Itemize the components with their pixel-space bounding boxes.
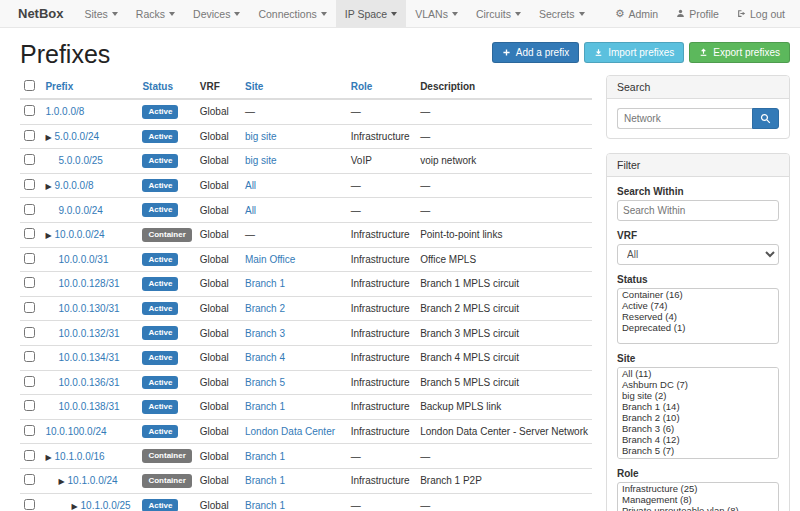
row-checkbox[interactable] bbox=[24, 450, 35, 461]
table-row: 10.0.0.130/31ActiveGlobalBranch 2Infrast… bbox=[20, 296, 592, 321]
prefix-link[interactable]: 10.0.0.128/31 bbox=[58, 278, 119, 289]
row-checkbox[interactable] bbox=[24, 474, 35, 485]
listbox-option[interactable]: Management (8) bbox=[618, 494, 778, 505]
prefix-link[interactable]: 10.0.0.132/31 bbox=[58, 328, 119, 339]
site-link[interactable]: Branch 3 bbox=[245, 328, 285, 339]
prefix-link[interactable]: 10.0.0.130/31 bbox=[58, 303, 119, 314]
expand-arrow-icon[interactable]: ▶ bbox=[45, 133, 51, 142]
listbox-option[interactable]: Branch 4 (12) bbox=[618, 434, 778, 445]
listbox-option[interactable]: Branch 1 (14) bbox=[618, 401, 778, 412]
search-button[interactable] bbox=[752, 108, 779, 129]
nav-item-circuits[interactable]: Circuits bbox=[467, 0, 530, 27]
row-checkbox[interactable] bbox=[24, 253, 35, 264]
site-link[interactable]: Branch 1 bbox=[245, 451, 285, 462]
column-header-prefix[interactable]: Prefix bbox=[41, 75, 138, 99]
row-checkbox[interactable] bbox=[24, 499, 35, 510]
listbox-option[interactable]: Active (74) bbox=[618, 300, 778, 311]
row-checkbox[interactable] bbox=[24, 400, 35, 411]
site-link[interactable]: big site bbox=[245, 131, 277, 142]
prefix-link[interactable]: 1.0.0.0/8 bbox=[45, 106, 84, 117]
row-checkbox[interactable] bbox=[24, 105, 35, 116]
listbox-option[interactable]: big site (2) bbox=[618, 390, 778, 401]
listbox-option[interactable]: Branch 5 (7) bbox=[618, 445, 778, 456]
listbox-option[interactable]: Branch 2 (10) bbox=[618, 412, 778, 423]
prefix-link[interactable]: 10.0.0.0/24 bbox=[55, 229, 105, 240]
row-checkbox[interactable] bbox=[24, 327, 35, 338]
nav-item-vlans[interactable]: VLANs bbox=[406, 0, 467, 27]
site-link[interactable]: Branch 4 bbox=[245, 352, 285, 363]
column-header-status[interactable]: Status bbox=[138, 75, 195, 99]
row-checkbox[interactable] bbox=[24, 351, 35, 362]
listbox-option[interactable]: Container (16) bbox=[618, 289, 778, 300]
prefix-link[interactable]: 10.0.0.0/31 bbox=[58, 254, 108, 265]
admin-link[interactable]: ⚙ Admin bbox=[606, 0, 667, 27]
site-link[interactable]: Branch 2 bbox=[245, 303, 285, 314]
row-checkbox[interactable] bbox=[24, 130, 35, 141]
prefix-link[interactable]: 10.0.100.0/24 bbox=[45, 426, 106, 437]
row-checkbox[interactable] bbox=[24, 204, 35, 215]
site-link[interactable]: Branch 1 bbox=[245, 278, 285, 289]
prefix-link[interactable]: 5.0.0.0/25 bbox=[58, 155, 102, 166]
nav-item-secrets[interactable]: Secrets bbox=[530, 0, 594, 27]
expand-arrow-icon[interactable]: ▶ bbox=[45, 453, 51, 462]
description-cell: Branch 2 MPLS circuit bbox=[416, 296, 592, 321]
listbox-option[interactable]: Deprecated (1) bbox=[618, 322, 778, 333]
listbox-option[interactable]: Private unrouteable vlan (8) bbox=[618, 505, 778, 511]
search-input[interactable] bbox=[617, 108, 752, 129]
expand-arrow-icon[interactable]: ▶ bbox=[45, 182, 51, 191]
listbox-option[interactable]: Infrastructure (25) bbox=[618, 483, 778, 494]
column-header-role[interactable]: Role bbox=[347, 75, 416, 99]
row-checkbox[interactable] bbox=[24, 179, 35, 190]
role-listbox[interactable]: Infrastructure (25)Management (8)Private… bbox=[617, 482, 779, 511]
prefix-link[interactable]: 10.1.0.0/24 bbox=[68, 475, 118, 486]
prefix-link[interactable]: 10.0.0.134/31 bbox=[58, 352, 119, 363]
listbox-option[interactable]: Ashburn DC (7) bbox=[618, 379, 778, 390]
prefix-link[interactable]: 10.0.0.136/31 bbox=[58, 377, 119, 388]
export-prefixes-button[interactable]: Export prefixes bbox=[689, 42, 790, 63]
site-link[interactable]: Branch 5 bbox=[245, 377, 285, 388]
expand-arrow-icon[interactable]: ▶ bbox=[71, 502, 77, 511]
vrf-select[interactable]: All bbox=[617, 244, 779, 265]
site-listbox[interactable]: All (11)Ashburn DC (7)big site (2)Branch… bbox=[617, 367, 779, 459]
nav-item-connections[interactable]: Connections bbox=[249, 0, 335, 27]
site-link[interactable]: Main Office bbox=[245, 254, 295, 265]
site-link[interactable]: Branch 1 bbox=[245, 401, 285, 412]
row-checkbox[interactable] bbox=[24, 154, 35, 165]
expand-arrow-icon[interactable]: ▶ bbox=[45, 231, 51, 240]
nav-item-sites[interactable]: Sites bbox=[76, 0, 127, 27]
select-all-checkbox[interactable] bbox=[24, 80, 35, 91]
prefix-link[interactable]: 5.0.0.0/24 bbox=[55, 131, 99, 142]
row-checkbox[interactable] bbox=[24, 425, 35, 436]
row-checkbox[interactable] bbox=[24, 376, 35, 387]
nav-item-racks[interactable]: Racks bbox=[127, 0, 184, 27]
site-link[interactable]: London Data Center bbox=[245, 426, 335, 437]
site-link[interactable]: Branch 1 bbox=[245, 500, 285, 511]
row-checkbox[interactable] bbox=[24, 277, 35, 288]
prefix-link[interactable]: 9.0.0.0/8 bbox=[55, 180, 94, 191]
search-within-input[interactable] bbox=[617, 200, 779, 221]
listbox-option[interactable]: All (11) bbox=[618, 368, 778, 379]
prefix-link[interactable]: 9.0.0.0/24 bbox=[58, 205, 102, 216]
listbox-option[interactable]: Reserved (4) bbox=[618, 311, 778, 322]
site-link[interactable]: All bbox=[245, 205, 256, 216]
nav-item-devices[interactable]: Devices bbox=[184, 0, 249, 27]
prefix-link[interactable]: 10.1.0.0/25 bbox=[81, 500, 131, 511]
status-listbox[interactable]: Container (16)Active (74)Reserved (4)Dep… bbox=[617, 288, 779, 344]
row-checkbox[interactable] bbox=[24, 302, 35, 313]
site-link[interactable]: Branch 1 bbox=[245, 475, 285, 486]
column-header-site[interactable]: Site bbox=[241, 75, 347, 99]
row-checkbox[interactable] bbox=[24, 228, 35, 239]
log-out-link[interactable]: Log out bbox=[728, 0, 794, 27]
prefix-link[interactable]: 10.1.0.0/16 bbox=[55, 451, 105, 462]
listbox-option[interactable]: COLO 1 (4) bbox=[618, 456, 778, 459]
nav-item-ip-space[interactable]: IP Space bbox=[336, 0, 406, 27]
listbox-option[interactable]: Branch 3 (6) bbox=[618, 423, 778, 434]
import-prefixes-button[interactable]: Import prefixes bbox=[584, 42, 684, 63]
prefix-link[interactable]: 10.0.0.138/31 bbox=[58, 401, 119, 412]
site-link[interactable]: big site bbox=[245, 155, 277, 166]
expand-arrow-icon[interactable]: ▶ bbox=[58, 477, 64, 486]
site-link[interactable]: All bbox=[245, 180, 256, 191]
add-prefix-button[interactable]: Add a prefix bbox=[492, 42, 579, 63]
brand[interactable]: NetBox bbox=[6, 0, 76, 27]
profile-link[interactable]: Profile bbox=[667, 0, 728, 27]
